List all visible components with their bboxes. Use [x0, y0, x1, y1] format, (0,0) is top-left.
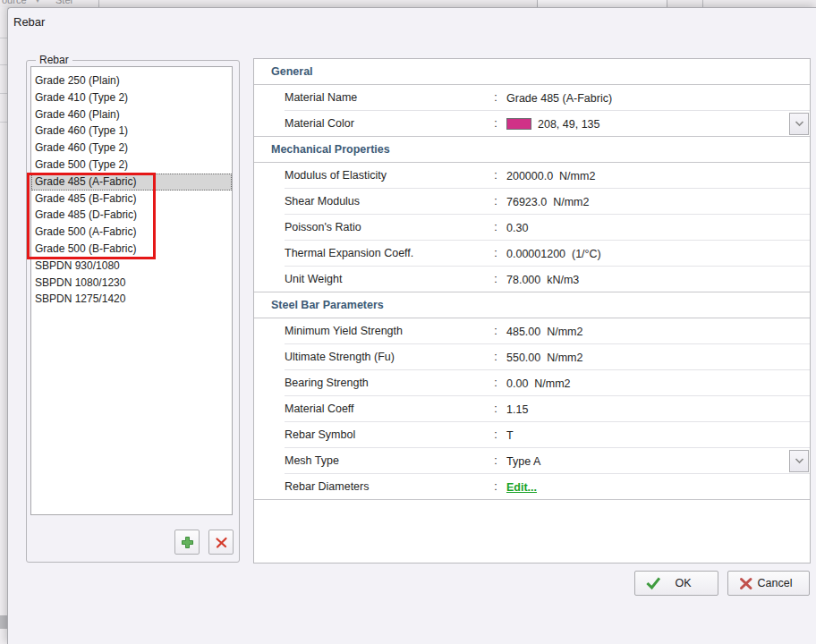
- cancel-button[interactable]: Cancel: [727, 571, 810, 596]
- property-label: Unit Weight: [285, 267, 342, 292]
- property-value[interactable]: 78.000 kN/m3: [506, 267, 579, 292]
- delete-x-icon: [215, 536, 228, 549]
- dropdown-arrow-button[interactable]: [789, 450, 809, 472]
- property-value[interactable]: 485.00 N/mm2: [506, 318, 582, 344]
- property-label: Material Color: [285, 111, 354, 137]
- colon-separator: :: [492, 448, 499, 474]
- list-item[interactable]: Grade 485 (B-Fabric): [31, 191, 232, 208]
- add-material-button[interactable]: [174, 530, 200, 555]
- value-text: 485.00 N/mm2: [506, 326, 582, 338]
- list-item[interactable]: Grade 485 (A-Fabric): [31, 174, 232, 191]
- background-line: [0, 93, 7, 94]
- background-divider: [702, 0, 703, 7]
- property-label: Thermal Expansion Coeff.: [285, 241, 413, 267]
- checkmark-icon: [646, 577, 661, 590]
- section-header: Mechanical Properties: [254, 137, 810, 163]
- value-text: Grade 485 (A-Fabric): [506, 92, 612, 105]
- ok-button-label: OK: [675, 577, 703, 589]
- property-row: Bearing Strength:0.00 N/mm2: [254, 370, 810, 396]
- dropdown-arrow-button[interactable]: [789, 113, 809, 135]
- property-grid: GeneralMaterial Name:Grade 485 (A-Fabric…: [254, 59, 810, 500]
- property-label: Mesh Type: [285, 448, 339, 474]
- property-value[interactable]: 208, 49, 135: [506, 111, 600, 137]
- colon-separator: :: [492, 422, 499, 448]
- property-value[interactable]: 550.00 N/mm2: [506, 344, 582, 370]
- list-items-container: Grade 250 (Plain)Grade 410 (Type 2)Grade…: [31, 72, 232, 308]
- property-row: Shear Modulus:76923.0 N/mm2: [254, 189, 810, 215]
- value-text: 200000.0 N/mm2: [506, 170, 595, 182]
- property-value[interactable]: Type A: [506, 448, 540, 474]
- list-item[interactable]: SBPDN 930/1080: [31, 258, 232, 275]
- list-item[interactable]: Grade 460 (Plain): [31, 106, 232, 123]
- value-text: 208, 49, 135: [538, 118, 600, 131]
- property-row: Rebar Symbol:T: [254, 422, 810, 448]
- background-app-strip: ource ▾ Stel: [0, 0, 816, 7]
- colon-separator: :: [492, 215, 499, 241]
- background-window-edge: [537, 0, 667, 7]
- property-row: Modulus of Elasticity:200000.0 N/mm2: [254, 163, 810, 189]
- property-row: Minimum Yield Strength:485.00 N/mm2: [254, 318, 810, 344]
- list-item[interactable]: Grade 500 (Type 2): [31, 157, 232, 174]
- delete-material-button[interactable]: [208, 530, 234, 555]
- background-text-fragment: ource: [2, 0, 27, 5]
- background-line: [0, 38, 7, 38]
- value-text: 76923.0 N/mm2: [506, 196, 589, 208]
- colon-separator: :: [492, 267, 499, 292]
- property-label: Rebar Diameters: [285, 474, 369, 500]
- property-label: Material Name: [285, 85, 357, 111]
- ok-button[interactable]: OK: [634, 571, 718, 596]
- rebar-dialog: Rebar Rebar Grade 250 (Plain)Grade 410 (…: [7, 7, 816, 644]
- colon-separator: :: [492, 396, 499, 422]
- rebar-material-list[interactable]: Grade 250 (Plain)Grade 410 (Type 2)Grade…: [30, 66, 233, 515]
- property-value[interactable]: Grade 485 (A-Fabric): [506, 85, 612, 111]
- property-label: Shear Modulus: [285, 189, 360, 215]
- property-label: Minimum Yield Strength: [285, 318, 403, 344]
- property-row: Ultimate Strength (Fu):550.00 N/mm2: [254, 344, 810, 370]
- background-line: [0, 64, 7, 65]
- property-label: Bearing Strength: [285, 370, 369, 396]
- background-app-strip-left: [0, 7, 7, 644]
- property-value[interactable]: T: [506, 422, 514, 448]
- value-text: 0.30: [506, 222, 528, 234]
- value-text: 1.15: [506, 403, 528, 416]
- value-text: 0.00001200 (1/°C): [506, 248, 601, 260]
- property-label: Material Coeff: [285, 396, 354, 422]
- dialog-title: Rebar: [13, 15, 45, 29]
- colon-separator: :: [492, 318, 499, 344]
- property-value[interactable]: 0.00 N/mm2: [506, 370, 571, 396]
- chevron-down-icon: [795, 458, 804, 464]
- list-item[interactable]: SBPDN 1275/1420: [31, 291, 232, 308]
- section-header: Steel Bar Parameters: [254, 292, 810, 318]
- property-value[interactable]: 0.00001200 (1/°C): [506, 241, 601, 267]
- background-divider: [98, 0, 99, 7]
- property-label: Modulus of Elasticity: [285, 163, 387, 189]
- cancel-button-label: Cancel: [758, 577, 805, 589]
- property-row: Poisson's Ratio:0.30: [254, 215, 810, 241]
- cancel-x-icon: [739, 577, 753, 590]
- colon-separator: :: [492, 85, 499, 111]
- list-item[interactable]: Grade 500 (B-Fabric): [31, 241, 232, 258]
- list-item[interactable]: Grade 485 (D-Fabric): [31, 207, 232, 224]
- list-item[interactable]: Grade 460 (Type 1): [31, 123, 232, 140]
- list-item[interactable]: Grade 460 (Type 2): [31, 140, 232, 157]
- property-row: Material Coeff:1.15: [254, 396, 810, 422]
- dropdown-caret-fragment: ▾: [36, 0, 39, 4]
- property-value[interactable]: Edit...: [506, 474, 537, 500]
- list-item[interactable]: Grade 410 (Type 2): [31, 89, 232, 106]
- list-item[interactable]: Grade 500 (A-Fabric): [31, 224, 232, 241]
- property-value[interactable]: 1.15: [506, 396, 528, 422]
- property-value[interactable]: 76923.0 N/mm2: [506, 189, 589, 215]
- color-swatch: [506, 118, 531, 130]
- value-text: 78.000 kN/m3: [506, 274, 579, 286]
- property-row: Material Name:Grade 485 (A-Fabric): [254, 85, 810, 111]
- colon-separator: :: [492, 163, 499, 189]
- list-item[interactable]: Grade 250 (Plain): [31, 72, 232, 89]
- property-value[interactable]: 200000.0 N/mm2: [506, 163, 595, 189]
- colon-separator: :: [492, 344, 499, 370]
- plus-icon: [181, 536, 194, 549]
- property-value[interactable]: 0.30: [506, 215, 528, 241]
- list-item[interactable]: SBPDN 1080/1230: [31, 275, 232, 292]
- edit-link[interactable]: Edit...: [506, 481, 537, 494]
- property-row: Unit Weight:78.000 kN/m3: [254, 267, 810, 292]
- background-line: [0, 122, 7, 123]
